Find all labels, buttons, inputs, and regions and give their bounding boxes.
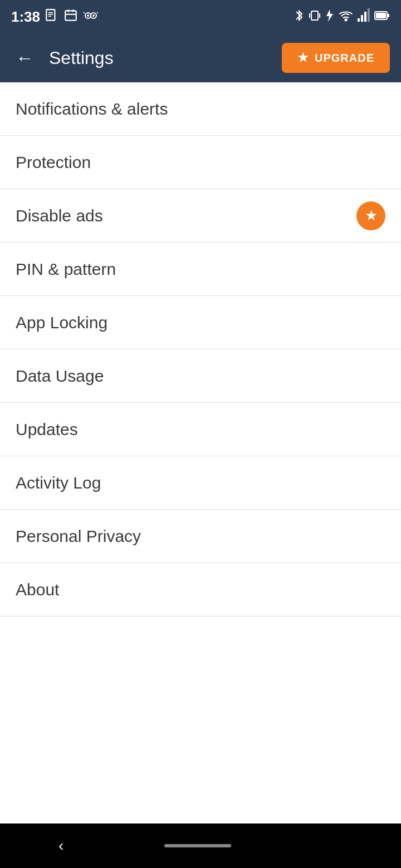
bluetooth-status-icon bbox=[294, 8, 304, 25]
settings-item-disable-ads[interactable]: Disable ads ★ bbox=[0, 189, 401, 243]
svg-rect-21 bbox=[361, 15, 363, 22]
app-bar: ← Settings ★ UPGRADE bbox=[0, 33, 401, 82]
settings-item-about-label: About bbox=[16, 580, 59, 599]
settings-item-pin-pattern-label: PIN & pattern bbox=[16, 260, 116, 279]
settings-item-notifications-label: Notifications & alerts bbox=[16, 100, 168, 119]
settings-item-data-usage[interactable]: Data Usage bbox=[0, 349, 401, 403]
settings-item-personal-privacy[interactable]: Personal Privacy bbox=[0, 510, 401, 563]
nav-back-button[interactable]: ‹ bbox=[42, 831, 80, 860]
spy-status-icon bbox=[82, 8, 99, 26]
svg-rect-26 bbox=[388, 14, 389, 17]
upgrade-star-icon: ★ bbox=[297, 51, 309, 65]
settings-item-activity-log[interactable]: Activity Log bbox=[0, 456, 401, 510]
settings-item-app-locking-label: App Locking bbox=[16, 313, 107, 332]
svg-rect-23 bbox=[368, 8, 370, 22]
svg-rect-15 bbox=[311, 11, 318, 20]
svg-point-14 bbox=[92, 14, 95, 17]
svg-point-13 bbox=[87, 14, 89, 17]
settings-item-disable-ads-label: Disable ads bbox=[16, 206, 103, 225]
page-title: Settings bbox=[49, 48, 271, 68]
status-bar: 1:38 bbox=[0, 0, 401, 33]
svg-line-11 bbox=[84, 12, 85, 13]
settings-item-notifications[interactable]: Notifications & alerts bbox=[0, 82, 401, 136]
svg-rect-4 bbox=[65, 11, 76, 20]
settings-item-protection-label: Protection bbox=[16, 153, 91, 172]
settings-item-data-usage-label: Data Usage bbox=[16, 367, 104, 386]
premium-badge-disable-ads: ★ bbox=[356, 201, 385, 230]
settings-item-activity-log-label: Activity Log bbox=[16, 474, 101, 492]
settings-item-app-locking[interactable]: App Locking bbox=[0, 296, 401, 349]
premium-star-icon: ★ bbox=[365, 207, 378, 224]
svg-marker-18 bbox=[326, 9, 333, 22]
nav-bar: ‹ bbox=[0, 823, 401, 868]
signal-status-icon bbox=[358, 8, 370, 25]
svg-point-19 bbox=[345, 19, 346, 21]
status-left: 1:38 bbox=[11, 8, 99, 26]
status-time: 1:38 bbox=[11, 8, 40, 26]
notification-status-icon bbox=[45, 8, 59, 26]
settings-item-about[interactable]: About bbox=[0, 563, 401, 617]
status-right bbox=[294, 8, 390, 25]
svg-rect-20 bbox=[358, 18, 360, 22]
upgrade-button[interactable]: ★ UPGRADE bbox=[282, 43, 390, 73]
settings-list: Notifications & alerts Protection Disabl… bbox=[0, 82, 401, 617]
svg-rect-25 bbox=[376, 13, 386, 18]
svg-rect-0 bbox=[46, 9, 55, 20]
back-button[interactable]: ← bbox=[11, 43, 38, 73]
settings-item-personal-privacy-label: Personal Privacy bbox=[16, 527, 141, 546]
vibrate-status-icon bbox=[309, 8, 321, 25]
home-indicator[interactable] bbox=[164, 844, 231, 847]
battery-status-icon bbox=[374, 8, 390, 25]
settings-item-updates-label: Updates bbox=[16, 420, 78, 439]
clock-status-icon bbox=[63, 8, 78, 26]
settings-item-updates[interactable]: Updates bbox=[0, 403, 401, 456]
settings-item-protection[interactable]: Protection bbox=[0, 136, 401, 189]
svg-rect-22 bbox=[364, 12, 366, 22]
settings-item-pin-pattern[interactable]: PIN & pattern bbox=[0, 243, 401, 296]
wifi-status-icon bbox=[339, 8, 353, 25]
svg-line-12 bbox=[97, 12, 98, 13]
upgrade-label: UPGRADE bbox=[315, 52, 374, 65]
charging-status-icon bbox=[325, 8, 334, 25]
